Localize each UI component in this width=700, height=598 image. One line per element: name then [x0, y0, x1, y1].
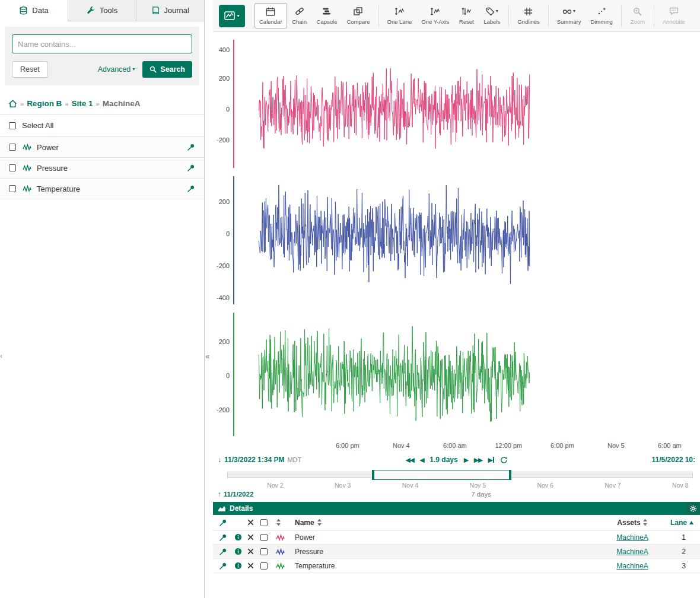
range-start-date[interactable]: 11/3/2022 1:34 PM	[224, 456, 284, 464]
tab-data[interactable]: Data	[0, 0, 68, 21]
info-icon[interactable]	[234, 562, 247, 570]
calendar-button[interactable]: Calendar	[254, 3, 287, 28]
gridlines-button[interactable]: Gridlines	[513, 3, 545, 28]
back-icon[interactable]: ◀	[419, 456, 424, 464]
signal-item-pressure[interactable]: Pressure	[0, 158, 204, 179]
plot-area-power[interactable]	[233, 36, 700, 172]
y-axis-pressure[interactable]: 2000-200-400	[213, 172, 233, 308]
chain-button[interactable]: Chain	[287, 3, 312, 28]
forward-icon[interactable]: ▶	[464, 456, 468, 464]
refresh-icon[interactable]	[500, 456, 508, 464]
remove-icon[interactable]	[247, 548, 260, 555]
remove-icon[interactable]	[247, 534, 260, 540]
one-y-axis-button[interactable]: One Y-Axis	[416, 3, 454, 28]
view-mode-button[interactable]: ▾	[219, 5, 245, 27]
collapse-sidebar-icon[interactable]: «	[205, 352, 209, 361]
asset-link[interactable]: MachineA	[616, 533, 648, 542]
item-checkbox[interactable]	[9, 185, 16, 192]
item-label: Temperature	[37, 185, 80, 193]
asset-link[interactable]: MachineA	[616, 562, 648, 570]
workbench-app: ‹ Data Tools Journal	[0, 0, 700, 598]
details-row-pressure[interactable]: Pressure MachineA 2	[213, 545, 700, 559]
power-signal-line	[259, 68, 529, 148]
sort-icon[interactable]	[276, 519, 295, 526]
panel-gutter: «	[205, 0, 213, 598]
go-to-end-icon[interactable]: ▶	[488, 456, 494, 464]
range-end-date[interactable]: 11/5/2022 10:	[652, 456, 695, 464]
labels-button[interactable]: ▾ Labels	[479, 3, 505, 28]
dimming-button[interactable]: Dimming	[586, 3, 617, 28]
select-all-checkbox[interactable]	[9, 122, 16, 129]
reset-axes-button[interactable]: Reset	[454, 3, 479, 28]
details-row-temperature[interactable]: Temperature MachineA 3	[213, 559, 700, 573]
pin-column-icon[interactable]	[219, 519, 234, 527]
x-tick-label: 6:00 pm	[551, 442, 574, 449]
name-column-header[interactable]: Name	[295, 519, 598, 527]
y-axis-power[interactable]: 4002000-200	[213, 36, 233, 172]
investigate-duration[interactable]: 7 days	[471, 491, 491, 498]
pin-icon[interactable]	[219, 562, 234, 570]
search-input[interactable]	[12, 34, 192, 53]
home-icon[interactable]	[8, 100, 17, 108]
scrubber-track[interactable]	[227, 472, 693, 478]
row-checkbox[interactable]	[260, 562, 268, 570]
zoom-label: Zoom	[631, 18, 645, 25]
assets-column-header[interactable]: Assets	[598, 519, 667, 527]
compare-button[interactable]: Compare	[342, 3, 374, 28]
details-row-power[interactable]: Power MachineA 1	[213, 530, 700, 545]
info-icon[interactable]	[234, 548, 247, 555]
capsule-button[interactable]: Capsule	[312, 3, 342, 28]
row-checkbox[interactable]	[260, 548, 268, 555]
signal-item-temperature[interactable]: Temperature	[0, 179, 204, 199]
sidebar: Data Tools Journal Reset Advanced▾	[0, 0, 205, 598]
toolbar-separator	[548, 5, 549, 27]
remove-icon[interactable]	[247, 562, 260, 569]
pin-icon[interactable]	[187, 185, 195, 193]
breadcrumb-site-1[interactable]: Site 1	[72, 99, 93, 108]
gridlines-label: Gridlines	[517, 18, 540, 25]
investigate-start-date[interactable]: 11/1/2022	[224, 491, 254, 498]
reset-axes-label: Reset	[459, 18, 474, 25]
scrubber-selection[interactable]	[372, 470, 511, 480]
tab-tools[interactable]: Tools	[68, 0, 136, 21]
investigate-range-start[interactable]: ↑ 11/1/2022	[218, 491, 253, 498]
info-icon[interactable]	[234, 533, 247, 541]
reset-search-button[interactable]: Reset	[12, 61, 48, 78]
row-checkbox[interactable]	[260, 534, 268, 541]
remove-column-icon[interactable]	[247, 519, 260, 526]
pin-icon[interactable]	[187, 143, 195, 151]
gear-icon[interactable]	[686, 502, 700, 515]
pin-icon[interactable]	[219, 548, 234, 556]
lane-column-header[interactable]: Lane	[667, 519, 700, 527]
range-start[interactable]: ↓ 11/3/2022 1:34 PM MDT	[218, 456, 301, 464]
breadcrumb-region-b[interactable]: Region B	[27, 99, 62, 108]
one-lane-button[interactable]: One Lane	[383, 3, 417, 28]
assets-header-label: Assets	[617, 519, 640, 527]
y-axis-temperature[interactable]: 2000-200	[213, 308, 233, 440]
asset-link[interactable]: MachineA	[616, 548, 648, 556]
summary-button[interactable]: ▾ Summary	[552, 3, 586, 28]
range-duration[interactable]: 1.9 days	[429, 456, 457, 464]
calendar-icon	[266, 7, 275, 16]
x-tick-label: 12:00 pm	[495, 442, 522, 449]
plot-area-pressure[interactable]	[233, 172, 700, 308]
search-button[interactable]: Search	[142, 61, 192, 78]
select-all-rows-checkbox[interactable]	[260, 519, 268, 526]
row-lane: 1	[667, 533, 700, 542]
item-checkbox[interactable]	[9, 144, 16, 151]
temperature-signal-line	[259, 326, 529, 422]
pin-icon[interactable]	[187, 164, 195, 172]
collapse-left-edge-icon[interactable]: ‹	[0, 352, 2, 360]
step-back-icon[interactable]: ◀◀	[405, 456, 413, 464]
pin-icon[interactable]	[219, 533, 234, 542]
item-checkbox[interactable]	[9, 164, 16, 171]
row-name: Temperature	[295, 562, 598, 570]
tab-journal[interactable]: Journal	[136, 0, 204, 21]
plot-area-temperature[interactable]	[233, 308, 700, 440]
advanced-toggle[interactable]: Advanced▾	[98, 65, 135, 74]
step-forward-icon[interactable]: ▶▶	[474, 456, 482, 464]
details-panel: Details Name	[213, 502, 700, 598]
sort-icon	[642, 519, 648, 526]
x-axis[interactable]: 6:00 pmNov 46:00 am12:00 pm6:00 pmNov 56…	[233, 440, 700, 452]
signal-item-power[interactable]: Power	[0, 137, 204, 158]
